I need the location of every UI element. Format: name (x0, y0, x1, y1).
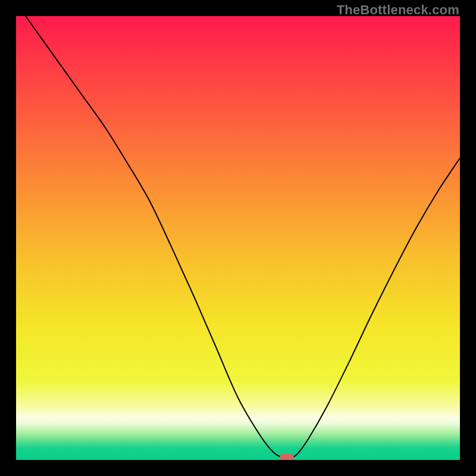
chart-frame: TheBottleneck.com (0, 0, 476, 476)
bottleneck-curve (16, 16, 460, 460)
attribution-label: TheBottleneck.com (337, 2, 459, 18)
plot-area (16, 16, 460, 460)
optimal-point-marker (280, 453, 294, 460)
